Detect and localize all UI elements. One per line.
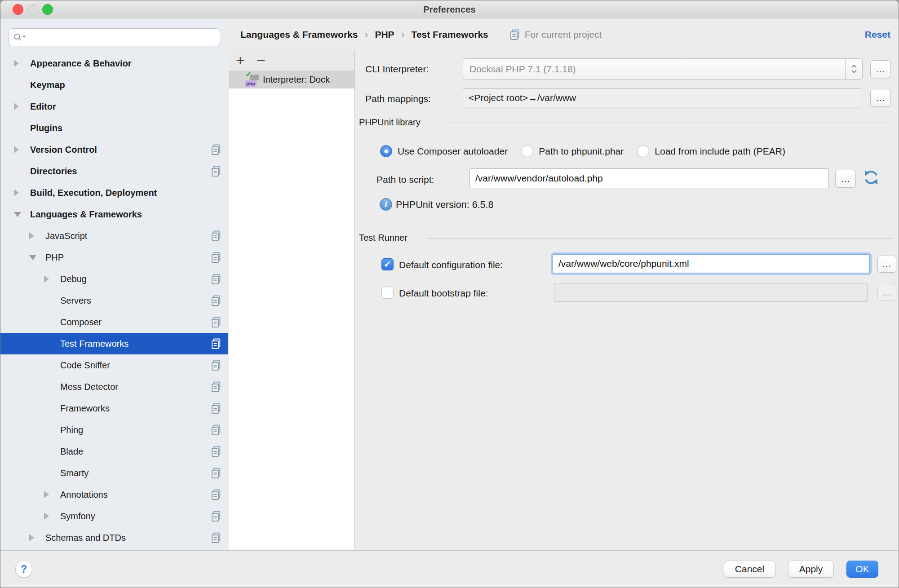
- breadcrumb-item-test-frameworks[interactable]: Test Frameworks: [412, 29, 488, 40]
- breadcrumb: Languages & Frameworks › PHP › Test Fram…: [229, 19, 899, 50]
- test-frameworks-form: CLI Interpreter: Docksal PHP 7.1 (7.1.18…: [355, 50, 899, 551]
- sidebar-item-label: Appearance & Behavior: [30, 58, 222, 69]
- radio-icon[interactable]: [637, 145, 649, 157]
- apply-button[interactable]: Apply: [788, 561, 834, 578]
- sidebar-item-php[interactable]: PHP: [0, 247, 228, 268]
- breadcrumb-item-languages-frameworks[interactable]: Languages & Frameworks: [240, 29, 358, 40]
- sidebar-item-directories[interactable]: Directories: [0, 160, 228, 182]
- sidebar-item-code-sniffer[interactable]: Code Sniffer: [0, 354, 228, 376]
- reload-phpunit-icon[interactable]: [862, 168, 880, 188]
- copy-icon: [210, 467, 222, 479]
- sidebar-item-label: Composer: [60, 317, 210, 327]
- sidebar-item-label: Schemas and DTDs: [45, 533, 210, 543]
- scope-label: For current project: [525, 29, 602, 40]
- add-interpreter-button[interactable]: +: [236, 51, 245, 69]
- sidebar-item-test-frameworks[interactable]: Test Frameworks: [0, 333, 228, 354]
- default-bootstrap-file-label: Default bootstrap file:: [399, 287, 488, 299]
- per-project-settings-icon: [210, 489, 222, 500]
- close-window-button[interactable]: [13, 4, 23, 15]
- interpreter-list-panel: + − ✓ php Interpreter: Dock: [229, 50, 355, 551]
- copy-icon: [210, 316, 222, 328]
- zoom-window-button[interactable]: [42, 4, 53, 15]
- default-configuration-file-checkbox[interactable]: [381, 258, 394, 270]
- expand-arrow-icon[interactable]: [44, 491, 49, 498]
- expand-arrow-icon[interactable]: [29, 534, 34, 541]
- per-project-settings-icon: [210, 424, 222, 436]
- sidebar-item-debug[interactable]: Debug: [0, 268, 228, 290]
- radio-option-load-from-include-path-pear[interactable]: Load from include path (PEAR): [637, 145, 785, 157]
- path-mappings-browse-button[interactable]: ...: [870, 89, 891, 107]
- section-divider: [444, 123, 893, 123]
- path-to-script-input[interactable]: [469, 168, 829, 188]
- expand-arrow-icon[interactable]: [14, 146, 19, 153]
- sidebar-item-schemas-and-dtds[interactable]: Schemas and DTDs: [0, 527, 228, 548]
- expand-arrow-icon[interactable]: [14, 60, 19, 67]
- sidebar-item-smarty[interactable]: Smarty: [0, 462, 228, 484]
- per-project-settings-icon: [210, 316, 222, 328]
- breadcrumb-separator: ›: [401, 28, 405, 41]
- sidebar-item-javascript[interactable]: JavaScript: [0, 225, 228, 247]
- search-input[interactable]: [30, 31, 215, 44]
- radio-icon[interactable]: [380, 145, 392, 157]
- radio-option-use-composer-autoloader[interactable]: Use Composer autoloader: [380, 145, 508, 157]
- help-button[interactable]: ?: [15, 561, 32, 578]
- radio-option-label: Use Composer autoloader: [398, 146, 508, 157]
- radio-option-label: Load from include path (PEAR): [655, 146, 785, 157]
- sidebar-item-phing[interactable]: Phing: [0, 419, 228, 441]
- default-configuration-file-input[interactable]: [553, 254, 870, 273]
- scope-indicator: For current project: [509, 29, 602, 40]
- sidebar-item-keymap[interactable]: Keymap: [0, 74, 228, 96]
- copy-icon: [210, 381, 222, 393]
- radio-option-path-to-phpunit-phar[interactable]: Path to phpunit.phar: [521, 145, 624, 157]
- radio-icon[interactable]: [521, 145, 533, 157]
- remove-interpreter-button[interactable]: −: [257, 51, 266, 69]
- sidebar-item-version-control[interactable]: Version Control: [0, 139, 228, 160]
- sidebar-item-appearance-behavior[interactable]: Appearance & Behavior: [0, 53, 228, 74]
- copy-icon: [210, 424, 222, 436]
- expand-arrow-icon[interactable]: [14, 103, 19, 110]
- copy-icon: [210, 532, 222, 544]
- settings-search-box[interactable]: [9, 28, 220, 46]
- ok-button[interactable]: OK: [846, 561, 878, 578]
- sidebar-item-plugins[interactable]: Plugins: [0, 117, 228, 139]
- expand-arrow-icon[interactable]: [29, 232, 34, 239]
- sidebar-item-blade[interactable]: Blade: [0, 441, 228, 462]
- reset-link[interactable]: Reset: [865, 29, 890, 40]
- cli-interpreter-label: CLI Interpreter:: [365, 63, 429, 75]
- cli-interpreter-browse-button[interactable]: ...: [870, 60, 891, 78]
- interpreter-toolbar: + −: [229, 50, 354, 71]
- copy-icon: [210, 165, 222, 177]
- sidebar-item-label: Symfony: [60, 511, 210, 522]
- sidebar-item-annotations[interactable]: Annotations: [0, 484, 228, 505]
- default-configuration-file-browse-button[interactable]: ...: [877, 256, 896, 273]
- sidebar-item-symfony[interactable]: Symfony: [0, 505, 228, 527]
- phpunit-version-text: PHPUnit version: 6.5.8: [396, 199, 494, 211]
- path-to-script-browse-button[interactable]: ...: [835, 170, 856, 188]
- path-mappings-field[interactable]: <Project root>→/var/www: [463, 88, 861, 107]
- sidebar-item-editor[interactable]: Editor: [0, 96, 228, 117]
- expand-arrow-icon[interactable]: [29, 255, 36, 260]
- sidebar-item-label: Build, Execution, Deployment: [30, 188, 222, 198]
- sidebar-item-label: Phing: [60, 425, 210, 435]
- sidebar-item-servers[interactable]: Servers: [0, 290, 228, 311]
- copy-icon: [210, 252, 222, 263]
- expand-arrow-icon[interactable]: [14, 212, 21, 217]
- cancel-button[interactable]: Cancel: [724, 561, 775, 578]
- sidebar-item-mess-detector[interactable]: Mess Detector: [0, 376, 228, 398]
- sidebar-item-composer[interactable]: Composer: [0, 311, 228, 333]
- breadcrumb-item-php[interactable]: PHP: [375, 29, 394, 40]
- sidebar-item-languages-frameworks[interactable]: Languages & Frameworks: [0, 203, 228, 225]
- expand-arrow-icon[interactable]: [44, 513, 49, 520]
- sidebar-item-build-execution-deployment[interactable]: Build, Execution, Deployment: [0, 182, 228, 203]
- cli-interpreter-select[interactable]: Docksal PHP 7.1 (7.1.18): [463, 58, 863, 80]
- stepper-icon[interactable]: [845, 59, 862, 79]
- copy-icon: [210, 295, 222, 306]
- window-title: Preferences: [423, 4, 476, 14]
- default-bootstrap-file-checkbox[interactable]: [381, 287, 394, 299]
- sidebar-item-frameworks[interactable]: Frameworks: [0, 398, 228, 419]
- default-bootstrap-file-input[interactable]: [554, 283, 868, 302]
- interpreter-list-item[interactable]: ✓ php Interpreter: Dock: [229, 71, 354, 88]
- preferences-window: Preferences Appearance & Behavior Keymap…: [0, 0, 899, 588]
- expand-arrow-icon[interactable]: [14, 189, 19, 196]
- expand-arrow-icon[interactable]: [44, 275, 49, 283]
